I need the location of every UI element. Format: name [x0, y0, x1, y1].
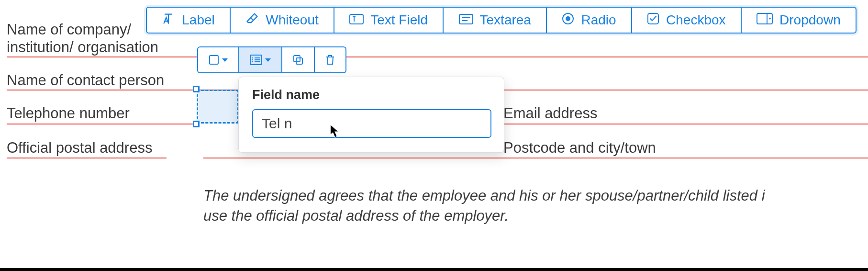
ribbon-textfield-button[interactable]: Text Field	[334, 8, 444, 33]
ribbon-label-button[interactable]: Label	[147, 8, 231, 33]
label-company-line2: institution/ organisation	[7, 39, 158, 56]
checkbox-icon	[647, 12, 659, 28]
selected-field[interactable]	[197, 90, 239, 124]
svg-rect-9	[296, 58, 302, 64]
label-icon	[162, 12, 175, 29]
ribbon-dropdown-text: Dropdown	[779, 12, 841, 28]
svg-rect-8	[294, 56, 300, 62]
label-email: Email address	[503, 105, 597, 122]
tool-ribbon: Label Whiteout Text Field Textarea	[146, 7, 857, 34]
mini-delete-button[interactable]	[315, 47, 345, 72]
rule-telephone-left	[7, 124, 193, 124]
ribbon-textarea-text: Textarea	[480, 12, 531, 28]
field-properties-popover: Field name	[238, 77, 504, 153]
svg-rect-0	[350, 14, 363, 24]
rule-company	[7, 56, 868, 57]
dropdown-icon	[757, 12, 773, 28]
agreement-text: The undersigned agrees that the employee…	[203, 186, 868, 226]
mini-type-button[interactable]	[198, 47, 239, 72]
ribbon-radio-text: Radio	[581, 12, 616, 28]
textarea-icon	[459, 12, 473, 28]
rule-telephone-right	[502, 124, 868, 124]
bottom-border	[0, 268, 868, 271]
trash-icon	[325, 54, 335, 66]
copy-icon	[292, 54, 304, 66]
resize-handle-nw[interactable]	[193, 86, 200, 92]
eraser-icon	[245, 12, 259, 29]
label-postcode: Postcode and city/town	[503, 139, 656, 157]
rule-postal-right	[203, 158, 868, 158]
ribbon-whiteout-button[interactable]: Whiteout	[231, 8, 334, 33]
ribbon-dropdown-button[interactable]: Dropdown	[742, 8, 856, 33]
agreement-line2: use the official postal address of the e…	[203, 207, 509, 224]
svg-rect-4	[648, 13, 658, 24]
textfield-icon	[349, 12, 364, 28]
rule-postal-left	[7, 158, 167, 158]
svg-rect-1	[459, 14, 473, 24]
label-company-line1: Name of company/	[7, 21, 131, 38]
ribbon-radio-button[interactable]: Radio	[547, 8, 632, 33]
chevron-down-icon	[222, 58, 228, 62]
square-icon	[209, 55, 219, 65]
svg-rect-6	[210, 56, 218, 64]
ribbon-label-text: Label	[182, 12, 215, 28]
radio-icon	[562, 12, 574, 28]
label-contact: Name of contact person	[7, 72, 164, 89]
popover-title: Field name	[252, 88, 490, 102]
list-icon	[250, 55, 262, 65]
ribbon-checkbox-button[interactable]: Checkbox	[632, 8, 742, 33]
label-telephone: Telephone number	[7, 105, 130, 122]
svg-point-3	[566, 17, 570, 21]
ribbon-textarea-button[interactable]: Textarea	[444, 8, 547, 33]
agreement-line1: The undersigned agrees that the employee…	[203, 187, 765, 204]
ribbon-checkbox-text: Checkbox	[666, 12, 726, 28]
ribbon-whiteout-text: Whiteout	[266, 12, 319, 28]
field-mini-toolbar	[197, 46, 346, 73]
label-postal: Official postal address	[7, 139, 152, 157]
mini-duplicate-button[interactable]	[282, 47, 315, 72]
field-name-input[interactable]	[252, 109, 491, 138]
mini-properties-button[interactable]	[239, 47, 282, 72]
chevron-down-icon	[265, 58, 271, 62]
ribbon-textfield-text: Text Field	[370, 12, 428, 28]
resize-handle-sw[interactable]	[193, 121, 200, 127]
